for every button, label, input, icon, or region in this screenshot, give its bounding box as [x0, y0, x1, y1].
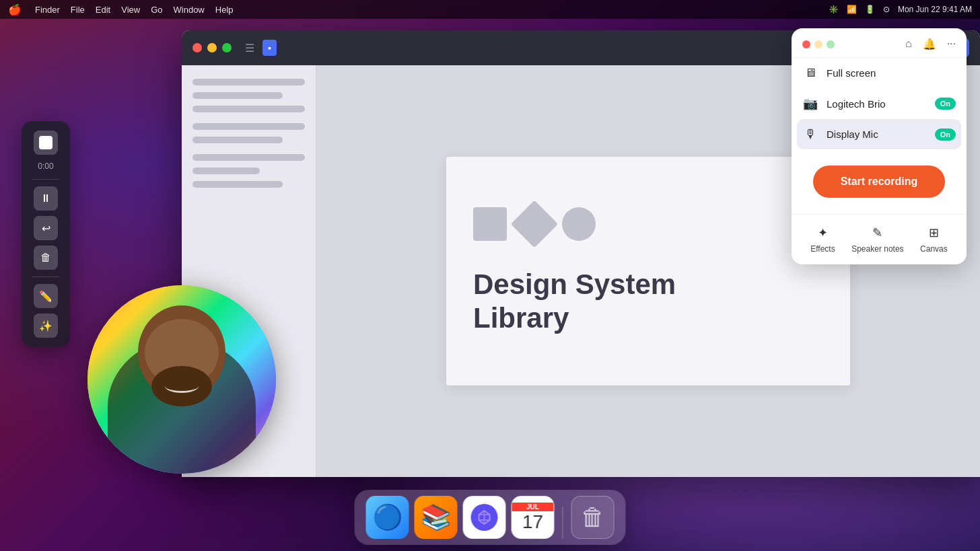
effects-item[interactable]: ✦ Effects [810, 225, 835, 254]
apple-menu[interactable]: 🍎 [8, 3, 22, 16]
toolbar-divider-2 [32, 277, 59, 277]
mic-label: Display Mic [827, 128, 927, 140]
slide-shape-circle [562, 207, 596, 241]
menubar: 🍎 Finder File Edit View Go Window Help ✳… [0, 0, 980, 19]
webcam-overlay [88, 285, 276, 474]
view-toggle-active[interactable]: ▪ [262, 40, 277, 56]
stop-button[interactable] [34, 131, 58, 155]
slide-shape-diamond [511, 200, 559, 248]
start-recording-button[interactable]: Start recording [813, 166, 945, 198]
control-center-icon[interactable]: ⊙ [883, 5, 890, 14]
menubar-edit[interactable]: Edit [96, 5, 110, 15]
menubar-window[interactable]: Window [174, 5, 205, 15]
menubar-right: ✳️ 📶 🔋 ⊙ Mon Jun 22 9:41 AM [829, 5, 972, 14]
fullscreen-button[interactable] [222, 43, 232, 52]
camera-icon: 📷 [802, 96, 818, 111]
sidebar-item[interactable] [193, 137, 283, 143]
menubar-help[interactable]: Help [215, 5, 234, 15]
slide-preview: Design System Library [446, 157, 850, 385]
sidebar-item[interactable] [193, 168, 260, 174]
draw-button[interactable]: ✏️ [34, 284, 58, 308]
calendar-day: 17 [522, 511, 543, 533]
slide-icons [473, 207, 596, 241]
dock-app-trash[interactable]: 🗑 [571, 496, 615, 539]
menubar-go[interactable]: Go [151, 5, 162, 15]
dock-divider [563, 507, 563, 539]
panel-traffic-lights [802, 40, 835, 48]
speaker-notes-item[interactable]: ✎ Speaker notes [851, 225, 903, 254]
dock-app-perplexity[interactable] [463, 496, 506, 539]
sidebar-group-2 [193, 123, 305, 143]
monitor-icon: 🖥 [802, 66, 818, 80]
calendar-icon: JUL 17 [512, 503, 554, 533]
menubar-file[interactable]: File [71, 5, 85, 15]
mic-toggle[interactable]: On [935, 128, 956, 141]
recording-panel: ⌂ 🔔 ··· 🖥 Full screen 📷 Logitech Brio On… [792, 28, 967, 264]
wifi-icon: 📶 [847, 5, 857, 14]
canvas-item[interactable]: ⊞ Canvas [920, 225, 948, 254]
sidebar-item[interactable] [193, 123, 305, 130]
camera-toggle[interactable]: On [935, 98, 956, 110]
sidebar-item[interactable] [193, 154, 305, 161]
slide-title-line2: Library [473, 302, 569, 334]
sidebar-item[interactable] [193, 79, 305, 85]
panel-fullscreen-row[interactable]: 🖥 Full screen [792, 58, 967, 88]
close-button[interactable] [193, 43, 202, 52]
perplexity-logo [471, 504, 498, 531]
panel-divider [792, 214, 967, 215]
pause-button[interactable]: ⏸ [34, 186, 58, 211]
home-icon[interactable]: ⌂ [905, 38, 912, 50]
menubar-app[interactable]: Finder [35, 5, 60, 15]
slide-title-line1: Design System [473, 268, 676, 300]
canvas-icon: ⊞ [929, 225, 939, 240]
start-recording-container: Start recording [792, 149, 967, 214]
panel-fullscreen[interactable] [827, 40, 835, 48]
bell-icon[interactable]: 🔔 [923, 38, 936, 50]
panel-footer: ✦ Effects ✎ Speaker notes ⊞ Canvas [792, 220, 967, 264]
menubar-view[interactable]: View [121, 5, 140, 15]
trash-icon: 🗑 [581, 503, 605, 531]
stop-icon [39, 136, 53, 149]
dock-app-finder[interactable]: 🔵 [366, 496, 409, 539]
dock-app-books[interactable]: 📚 [415, 496, 458, 539]
panel-header-icons: ⌂ 🔔 ··· [905, 38, 956, 50]
sidebar-item[interactable] [193, 92, 283, 99]
datetime: Mon Jun 22 9:41 AM [898, 5, 972, 14]
effects-label: Effects [810, 244, 835, 254]
undo-button[interactable]: ↩ [34, 216, 58, 240]
camera-label: Logitech Brio [827, 98, 927, 110]
speaker-notes-label: Speaker notes [851, 244, 903, 254]
slide-title: Design System Library [473, 268, 676, 336]
slide-shape-square [473, 207, 507, 241]
delete-button[interactable]: 🗑 [34, 246, 58, 270]
sidebar-group-1 [193, 79, 305, 112]
panel-close[interactable] [802, 40, 810, 48]
minimize-button[interactable] [207, 43, 217, 52]
battery-icon: 🔋 [865, 5, 875, 14]
panel-minimize[interactable] [814, 40, 823, 48]
dock-app-calendar[interactable]: JUL 17 [512, 496, 555, 539]
panel-camera-row[interactable]: 📷 Logitech Brio On [792, 88, 967, 119]
toolbar-divider [32, 179, 59, 180]
more-icon[interactable]: ··· [947, 38, 956, 50]
speaker-notes-icon: ✎ [872, 225, 882, 240]
sidebar-item[interactable] [193, 181, 283, 188]
dock: 🔵 📚 JUL 17 🗑 [355, 490, 625, 544]
menu-icon[interactable]: ☰ [245, 42, 254, 54]
brightness-icon: ✳️ [829, 5, 839, 14]
effects-button[interactable]: ✨ [34, 314, 58, 338]
calendar-month: JUL [512, 503, 554, 511]
mic-icon: 🎙 [802, 127, 818, 141]
canvas-label: Canvas [920, 244, 948, 254]
fullscreen-label: Full screen [827, 67, 956, 79]
window-traffic-lights [193, 43, 232, 52]
window-toolbar: ☰ ▪ [245, 38, 285, 57]
panel-header: ⌂ 🔔 ··· [792, 28, 967, 58]
recording-toolbar: 0:00 ⏸ ↩ 🗑 ✏️ ✨ [22, 121, 70, 347]
effects-icon: ✦ [818, 225, 828, 240]
panel-mic-row[interactable]: 🎙 Display Mic On [797, 119, 961, 149]
recording-timer: 0:00 [38, 159, 53, 174]
menubar-left: 🍎 Finder File Edit View Go Window Help [8, 3, 234, 16]
sidebar-item[interactable] [193, 106, 305, 112]
sidebar-group-3 [193, 154, 305, 188]
